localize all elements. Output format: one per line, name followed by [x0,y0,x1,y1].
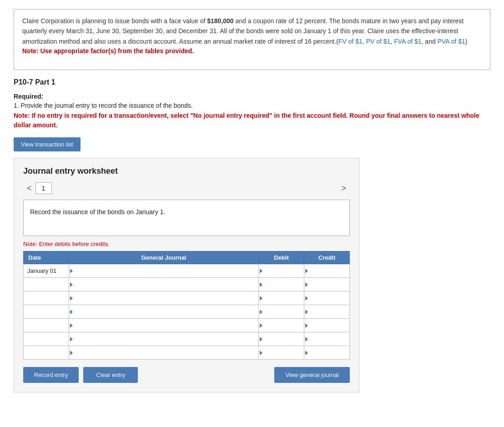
note-debits-credits: Note: Enter debits before credits. [23,241,350,247]
credit-cell[interactable] [304,278,350,291]
journal-entry-worksheet: Journal entry worksheet < 1 > Record the… [14,158,359,392]
credit-input[interactable] [304,319,349,332]
gj-input[interactable] [69,332,258,346]
gj-input[interactable] [69,346,258,359]
prev-page-button[interactable]: < [23,183,35,194]
credit-input[interactable] [304,278,349,291]
debit-cell[interactable] [259,332,304,346]
date-cell [24,346,69,360]
date-cell [24,278,69,291]
col-header-credit: Credit [304,251,350,264]
table-row [24,346,350,360]
col-header-debit: Debit [259,251,304,264]
debit-cell[interactable] [259,291,304,305]
worksheet-title: Journal entry worksheet [23,166,350,176]
problem-text: Claire Corporation is planning to issue … [22,16,482,46]
action-buttons: Record entry Clear entry View general jo… [23,367,350,383]
gj-cell[interactable] [69,278,259,291]
col-header-gj: General Journal [69,251,259,264]
table-row [24,291,350,305]
table-row: January 01 [24,264,350,278]
debit-cell[interactable] [259,264,304,278]
required-label: Required: [14,93,490,100]
table-row [24,305,350,319]
debit-cell[interactable] [259,319,304,332]
fva-link[interactable]: FVA of $1 [394,38,421,45]
gj-cell[interactable] [69,291,259,305]
credit-cell[interactable] [304,305,350,319]
debit-input[interactable] [259,346,304,359]
transaction-description: Record the issuance of the bonds on Janu… [23,200,350,236]
gj-input[interactable] [69,278,258,291]
gj-cell[interactable] [69,264,259,278]
date-cell: January 01 [24,264,69,278]
credit-input[interactable] [304,346,349,359]
view-general-journal-button[interactable]: View general journal [274,367,350,383]
table-row [24,278,350,291]
debit-input[interactable] [259,291,304,305]
debit-cell[interactable] [259,346,304,360]
date-cell [24,291,69,305]
credit-cell[interactable] [304,346,350,360]
required-item1: 1. Provide the journal entry to record t… [14,102,490,109]
debit-input[interactable] [259,332,304,346]
pva-link[interactable]: PVA of $1 [438,38,465,45]
view-transaction-list-button[interactable]: View transaction list [14,137,81,151]
gj-input[interactable] [69,264,258,277]
gj-cell[interactable] [69,346,259,360]
credit-cell[interactable] [304,264,350,278]
problem-red-note: Note: Use appropriate factor(s) from the… [22,46,482,56]
credit-input[interactable] [304,264,349,277]
gj-cell[interactable] [69,332,259,346]
date-cell [24,319,69,332]
table-row [24,332,350,346]
page-number: 1 [35,182,52,194]
gj-input[interactable] [69,305,258,318]
gj-cell[interactable] [69,305,259,319]
required-red-note: Note: If no entry is required for a tran… [14,111,490,130]
debit-input[interactable] [259,278,304,291]
credit-cell[interactable] [304,319,350,332]
debit-cell[interactable] [259,305,304,319]
debit-input[interactable] [259,264,304,277]
date-cell [24,305,69,319]
debit-input[interactable] [259,305,304,318]
debit-input[interactable] [259,319,304,332]
journal-table: Date General Journal Debit Credit Januar… [23,251,350,360]
col-header-date: Date [24,251,69,264]
next-page-button[interactable]: > [338,183,350,194]
clear-entry-button[interactable]: Clear entry [83,367,138,383]
problem-box: Claire Corporation is planning to issue … [14,9,490,70]
required-section: Required: 1. Provide the journal entry t… [14,93,490,130]
fv-link[interactable]: FV of $1 [338,38,363,45]
credit-input[interactable] [304,305,349,318]
debit-cell[interactable] [259,278,304,291]
credit-input[interactable] [304,332,349,346]
date-cell [24,332,69,346]
table-row [24,319,350,332]
section-title: P10-7 Part 1 [14,78,490,86]
gj-input[interactable] [69,291,258,305]
credit-cell[interactable] [304,332,350,346]
record-entry-button[interactable]: Record entry [23,367,79,383]
gj-input[interactable] [69,319,258,332]
pv-link[interactable]: PV of $1 [366,38,391,45]
worksheet-nav: < 1 > [23,182,350,194]
credit-input[interactable] [304,291,349,305]
gj-cell[interactable] [69,319,259,332]
credit-cell[interactable] [304,291,350,305]
